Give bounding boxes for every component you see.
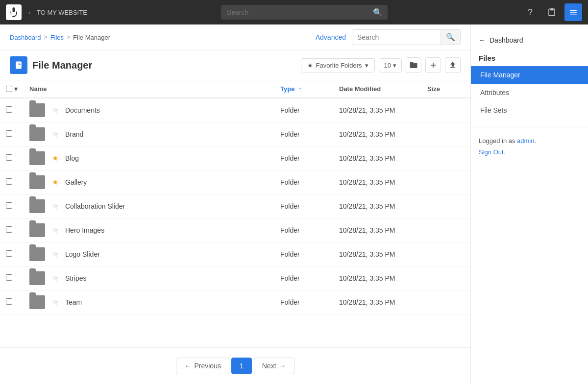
admin-user-link[interactable]: admin [517,137,534,144]
td-name-0: ☆ Documents [24,98,274,122]
page-1-button[interactable]: 1 [231,358,252,374]
folder-icon-4 [29,199,45,213]
select-all-checkbox[interactable] [6,86,12,92]
row-checkbox-3[interactable] [6,178,12,185]
td-name-4: ☆ Collaboration Slider [24,194,274,218]
search-input[interactable] [352,30,441,44]
file-manager-icon [10,56,27,74]
menu-button[interactable] [564,3,582,21]
td-date-1: 10/28/21, 3:35 PM [333,122,421,146]
td-date-3: 10/28/21, 3:35 PM [333,170,421,194]
arrow-left-icon: ← [184,362,191,370]
sidebar-items: File ManagerAttributesFile Sets [471,66,588,119]
td-name-2: ★ Blog [24,146,274,170]
file-name-7: Stripes [65,274,87,282]
td-type-3: Folder [274,170,333,194]
per-page-select[interactable]: 10 ▾ [379,58,402,72]
td-type-2: Folder [274,146,333,170]
sidebar: ← Dashboard Files File ManagerAttributes… [470,24,588,384]
row-checkbox-8[interactable] [6,298,12,305]
td-size-2 [421,146,470,170]
table-row: ☆ Stripes Folder 10/28/21, 3:35 PM [0,266,470,290]
td-type-1: Folder [274,122,333,146]
td-checkbox-7 [0,266,24,290]
star-button-5[interactable]: ☆ [50,225,60,236]
clipboard-button[interactable] [543,3,561,21]
file-name-3: Gallery [65,178,87,186]
favorite-folders-button[interactable]: ★ Favorite Folders ▾ [301,58,375,72]
next-button[interactable]: Next → [254,358,294,374]
td-checkbox-4 [0,194,24,218]
td-checkbox-2 [0,146,24,170]
top-navbar: ← TO MY WEBSITE 🔍 ? [0,0,588,24]
star-button-0[interactable]: ☆ [50,105,60,116]
row-checkbox-0[interactable] [6,106,12,113]
table-header-row: ▾ Name Type ↑ Date Modified Size [0,80,470,98]
top-search-input[interactable] [221,5,388,20]
top-nav-right: ? [521,3,582,21]
upload-button[interactable] [445,57,461,73]
row-checkbox-7[interactable] [6,274,12,281]
sidebar-item-attributes[interactable]: Attributes [471,84,588,101]
folder-icon-8 [29,295,45,309]
search-button[interactable]: 🔍 [441,30,460,45]
add-button[interactable] [425,57,441,73]
previous-button[interactable]: ← Previous [176,358,229,374]
star-button-3[interactable]: ★ [50,177,60,188]
breadcrumb-dashboard[interactable]: Dashboard [10,34,41,41]
sidebar-item-file-manager[interactable]: File Manager [471,66,588,84]
breadcrumb-sep-2: > [67,34,70,41]
row-checkbox-4[interactable] [6,202,12,209]
sidebar-back-button[interactable]: ← Dashboard [471,32,588,52]
star-button-8[interactable]: ☆ [50,297,60,308]
file-table-body: ☆ Documents Folder 10/28/21, 3:35 PM ☆ B… [0,98,470,314]
new-folder-button[interactable] [406,57,421,73]
advanced-link[interactable]: Advanced [316,33,346,41]
td-type-4: Folder [274,194,333,218]
folder-icon-6 [29,247,45,261]
table-row: ☆ Documents Folder 10/28/21, 3:35 PM [0,98,470,122]
help-button[interactable]: ? [521,3,539,21]
sidebar-footer: Logged in as admin. Sign Out. [471,127,588,166]
row-checkbox-1[interactable] [6,130,12,137]
td-name-5: ☆ Hero Images [24,218,274,242]
star-button-7[interactable]: ☆ [50,273,60,284]
fm-actions: ★ Favorite Folders ▾ 10 ▾ [301,57,461,73]
th-date-modified[interactable]: Date Modified [333,80,421,98]
row-checkbox-2[interactable] [6,154,12,161]
table-row: ★ Gallery Folder 10/28/21, 3:35 PM [0,170,470,194]
search-box: 🔍 [352,29,461,45]
breadcrumb-files[interactable]: Files [50,34,64,41]
row-checkbox-6[interactable] [6,250,12,257]
row-checkbox-5[interactable] [6,226,12,233]
folder-icon-0 [29,103,45,117]
td-size-3 [421,170,470,194]
td-size-8 [421,290,470,314]
td-date-5: 10/28/21, 3:35 PM [333,218,421,242]
file-table: ▾ Name Type ↑ Date Modified Size [0,80,470,314]
logged-in-text: Logged in as [479,137,517,144]
star-button-4[interactable]: ☆ [50,201,60,212]
td-type-5: Folder [274,218,333,242]
sign-out-link[interactable]: Sign Out. [479,148,505,156]
sidebar-item-file-sets[interactable]: File Sets [471,101,588,119]
th-type[interactable]: Type ↑ [274,80,333,98]
td-type-6: Folder [274,242,333,266]
star-button-2[interactable]: ★ [50,153,60,164]
star-button-6[interactable]: ☆ [50,249,60,260]
folder-icon-3 [29,175,45,189]
next-label: Next [262,362,276,370]
table-row: ☆ Collaboration Slider Folder 10/28/21, … [0,194,470,218]
table-row: ☆ Hero Images Folder 10/28/21, 3:35 PM [0,218,470,242]
file-manager-header: File Manager ★ Favorite Folders ▾ 10 ▾ [0,50,470,80]
td-checkbox-6 [0,242,24,266]
file-name-1: Brand [65,130,83,138]
td-date-7: 10/28/21, 3:35 PM [333,266,421,290]
td-checkbox-0 [0,98,24,122]
to-my-website-link[interactable]: ← TO MY WEBSITE [27,9,87,16]
td-checkbox-1 [0,122,24,146]
star-button-1[interactable]: ☆ [50,129,60,140]
table-row: ★ Blog Folder 10/28/21, 3:35 PM [0,146,470,170]
td-name-8: ☆ Team [24,290,274,314]
th-name[interactable]: Name [24,80,274,98]
